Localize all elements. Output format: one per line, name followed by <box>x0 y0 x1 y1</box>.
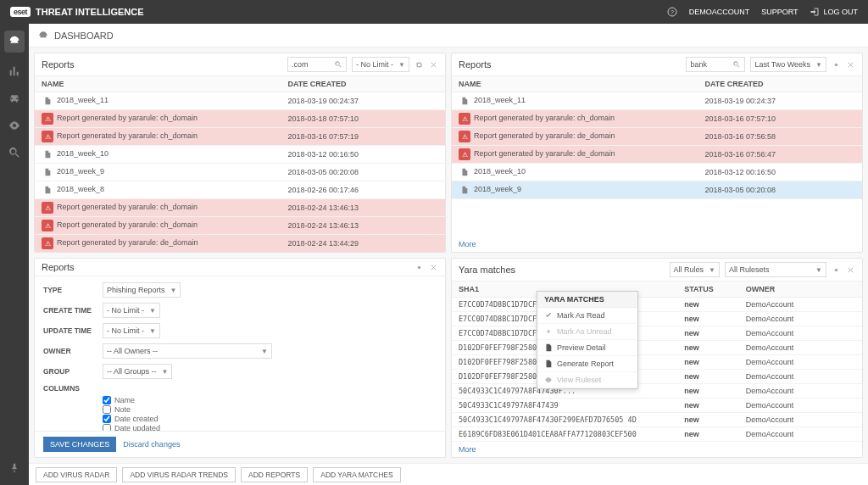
add-widget-button[interactable]: ADD VIRUS RADAR <box>36 467 117 482</box>
top-bar: eset THREAT INTELLIGENCE ? DEMOACCOUNT S… <box>0 0 868 24</box>
context-menu-item[interactable]: Preview Detail <box>537 340 637 356</box>
file-icon <box>42 95 53 107</box>
sidebar-item-dashboard[interactable] <box>4 31 25 53</box>
context-menu[interactable]: YARA MATCHES Mark As ReadMark As UnreadP… <box>537 291 638 389</box>
table-row[interactable]: ⚠Report generated by yararule: de_domain… <box>35 235 445 253</box>
panel-title: Reports <box>42 59 75 70</box>
close-icon[interactable] <box>429 263 438 272</box>
table-row[interactable]: ⚠Report generated by yararule: de_domain… <box>452 146 862 164</box>
update-time-select[interactable]: - No Limit -▼ <box>103 323 160 338</box>
table-row[interactable]: 50C4933C1C49797A8F47439newDemoAccount <box>452 399 862 413</box>
limit-select[interactable]: - No Limit -▼ <box>352 57 409 72</box>
warning-icon: ⚠ <box>42 202 53 214</box>
context-menu-item[interactable]: Generate Report <box>537 356 637 372</box>
context-menu-item: Mark As Unread <box>537 324 637 340</box>
gear-icon[interactable] <box>832 60 841 70</box>
warning-icon: ⚠ <box>42 220 53 231</box>
table-row[interactable]: 2018_week_112018-03-19 00:24:37 <box>35 92 445 110</box>
rulesets-select[interactable]: All Rulesets▼ <box>725 262 826 277</box>
table-row[interactable]: ⚠Report generated by yararule: de_domain… <box>452 128 862 146</box>
more-link[interactable]: More <box>452 237 862 252</box>
table-row[interactable]: D102DF0FEF798F258028379newDemoAccount <box>452 341 862 355</box>
gear-icon[interactable] <box>415 263 424 272</box>
warning-icon: ⚠ <box>42 113 53 125</box>
help-icon[interactable]: ? <box>667 7 677 17</box>
sidebar-item-stats[interactable] <box>8 64 21 80</box>
col-date[interactable]: DATE CREATED <box>698 76 862 92</box>
context-menu-item: View Ruleset <box>537 372 637 388</box>
add-widget-button[interactable]: ADD VIRUS RADAR TRENDS <box>122 467 236 482</box>
page-title: DASHBOARD <box>54 31 114 41</box>
panel-title: Reports <box>459 59 492 70</box>
dashboard-icon <box>37 30 49 42</box>
discard-link[interactable]: Discard changes <box>123 440 180 449</box>
more-link[interactable]: More <box>452 442 862 457</box>
table-row[interactable]: ⚠Report generated by yararule: ch_domain… <box>35 199 445 217</box>
gear-icon[interactable] <box>832 265 841 275</box>
table-row[interactable]: ⚠Report generated by yararule: ch_domain… <box>452 110 862 128</box>
table-row[interactable]: 2018_week_112018-03-19 00:24:37 <box>452 92 862 110</box>
table-row[interactable]: 2018_week_92018-03-05 00:20:08 <box>35 164 445 181</box>
type-select[interactable]: Phishing Reports▼ <box>103 282 181 298</box>
add-widget-button[interactable]: ADD REPORTS <box>241 467 308 482</box>
warning-icon: ⚠ <box>42 237 53 249</box>
table-row[interactable]: E7CC0D74D8BC1D7DCF5180F9427DF1258323C85n… <box>452 298 862 312</box>
table-row[interactable]: E7CC0D74D8BC1D7DCF5180GnewDemoAccount <box>452 326 862 341</box>
sidebar-item-search[interactable] <box>8 146 21 161</box>
sidebar-item-auto[interactable] <box>8 92 21 107</box>
search-input[interactable]: .com <box>287 57 347 72</box>
reports-panel-1: Reports .com - No Limit -▼ NAME DATE CRE… <box>34 53 446 253</box>
account-link[interactable]: DEMOACCOUNT <box>689 8 750 16</box>
logout-link[interactable]: LOG OUT <box>810 7 858 17</box>
support-link[interactable]: SUPPORT <box>761 8 798 16</box>
panel-title: Yara matches <box>459 265 515 275</box>
file-icon <box>459 184 470 196</box>
brand-logo: eset <box>10 7 31 17</box>
limit-select[interactable]: Last Two Weeks▼ <box>750 57 826 72</box>
col-owner[interactable]: OWNER <box>739 282 862 298</box>
reports-panel-2: Reports bank Last Two Weeks▼ NAME DATE C… <box>451 53 863 253</box>
column-checkbox[interactable]: Note <box>103 405 445 414</box>
table-row[interactable]: ⚠Report generated by yararule: ch_domain… <box>35 128 445 146</box>
table-row[interactable]: 2018_week_102018-03-12 00:16:50 <box>452 164 862 181</box>
close-icon[interactable] <box>429 60 438 70</box>
context-menu-item[interactable]: Mark As Read <box>537 308 637 324</box>
col-status[interactable]: STATUS <box>677 282 739 298</box>
table-row[interactable]: 50C4933C1C49797A8F47430F...newDemoAccoun… <box>452 384 862 399</box>
sidebar-item-visibility[interactable] <box>8 119 21 134</box>
table-row[interactable]: D102DF0FEF798F258028379newDemoAccount <box>452 370 862 384</box>
col-name[interactable]: NAME <box>35 76 281 92</box>
page-header: DASHBOARD <box>29 24 868 47</box>
search-input[interactable]: bank <box>686 57 745 72</box>
add-widget-button[interactable]: ADD YARA MATCHES <box>313 467 401 482</box>
table-row[interactable]: 50C4933C1C49797A8F47430F299EAFD7D76505 4… <box>452 413 862 427</box>
table-row[interactable]: 2018_week_102018-03-12 00:16:50 <box>35 146 445 164</box>
table-row[interactable]: E6189C6FD83E061D401CEA8AFFA77120803CEF50… <box>452 427 862 442</box>
save-button[interactable]: SAVE CHANGES <box>43 437 116 452</box>
col-date[interactable]: DATE CREATED <box>281 76 445 92</box>
close-icon[interactable] <box>846 60 855 70</box>
column-checkbox[interactable]: Date created <box>103 415 445 423</box>
close-icon[interactable] <box>846 265 855 275</box>
table-row[interactable]: 2018_week_92018-03-05 00:20:08 <box>452 181 862 199</box>
create-time-select[interactable]: - No Limit -▼ <box>103 303 160 318</box>
svg-text:?: ? <box>670 9 674 15</box>
column-checkbox[interactable]: Name <box>103 396 445 404</box>
table-row[interactable]: ⚠Report generated by yararule: ch_domain… <box>35 217 445 235</box>
context-menu-title: YARA MATCHES <box>537 292 637 308</box>
table-row[interactable]: D102DF0FEF798F258028379newDemoAccount <box>452 355 862 370</box>
sidebar-pin-icon[interactable] <box>8 461 21 477</box>
table-row[interactable]: E7CC0D74D8BC1D7DCF51803newDemoAccount <box>452 312 862 326</box>
gear-icon[interactable] <box>415 60 424 70</box>
file-icon <box>42 184 53 196</box>
column-checkbox[interactable]: Date updated <box>103 424 445 431</box>
table-row[interactable]: 2018_week_82018-02-26 00:17:46 <box>35 181 445 199</box>
table-row[interactable]: ⚠Report generated by yararule: ch_domain… <box>35 110 445 128</box>
col-name[interactable]: NAME <box>452 76 698 92</box>
file-icon <box>459 95 470 107</box>
owner-select[interactable]: -- All Owners --▼ <box>103 343 272 359</box>
file-icon <box>42 166 53 178</box>
rules-select[interactable]: All Rules▼ <box>670 262 720 277</box>
group-select[interactable]: -- All Groups --▼ <box>103 364 172 379</box>
yara-table: SHA1 STATUS OWNER E7CC0D74D8BC1D7DCF5180… <box>452 282 862 442</box>
